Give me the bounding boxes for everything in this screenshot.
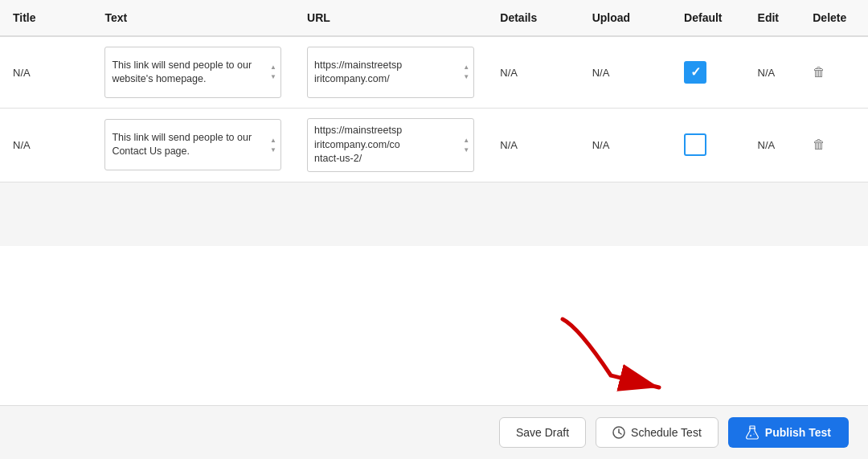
row1-url-scrollbar[interactable]: ▲ ▼ xyxy=(461,64,471,81)
col-header-url: URL xyxy=(294,0,487,36)
svg-line-3 xyxy=(619,432,621,434)
row1-text-cell: This link will send people to our websit… xyxy=(92,36,294,109)
row2-edit: N/A xyxy=(745,109,800,182)
table-row: N/A This link will send people to our Co… xyxy=(0,109,868,182)
col-header-details: Details xyxy=(487,0,579,36)
row2-url-scroll[interactable]: https://mainstreetspiritcompany.com/cont… xyxy=(307,118,474,172)
save-draft-button[interactable]: Save Draft xyxy=(499,417,586,448)
row2-text-scroll[interactable]: This link will send people to our Contac… xyxy=(104,119,281,170)
svg-point-5 xyxy=(750,435,751,436)
col-header-title: Title xyxy=(0,0,92,36)
row1-delete-cell: 🗑 xyxy=(800,36,868,109)
row2-url: https://mainstreetspiritcompany.com/cont… xyxy=(314,124,457,166)
row1-text: This link will send people to our websit… xyxy=(112,59,264,87)
row2-url-scroll-up[interactable]: ▲ xyxy=(461,136,471,144)
empty-row xyxy=(0,182,868,246)
main-content: Title Text URL Details Upload Default Ed… xyxy=(0,0,868,459)
col-header-edit: Edit xyxy=(745,0,800,36)
row1-text-scroll[interactable]: This link will send people to our websit… xyxy=(104,47,281,98)
row1-checkmark: ✓ xyxy=(690,66,701,79)
row2-text-cell: This link will send people to our Contac… xyxy=(92,109,294,182)
row1-url: https://mainstreetspiritcompany.com/ xyxy=(314,59,457,87)
row2-text-scrollbar[interactable]: ▲ ▼ xyxy=(268,136,278,154)
row2-default-cell xyxy=(671,109,745,182)
col-header-text: Text xyxy=(92,0,294,36)
row1-url-scroll[interactable]: https://mainstreetspiritcompany.com/ ▲ ▼ xyxy=(307,47,474,98)
row2-url-cell: https://mainstreetspiritcompany.com/cont… xyxy=(294,109,487,182)
schedule-test-button[interactable]: Schedule Test xyxy=(596,417,719,448)
row1-default-checkbox[interactable]: ✓ xyxy=(684,61,706,84)
row1-details: N/A xyxy=(487,36,579,109)
row1-text-scrollbar[interactable]: ▲ ▼ xyxy=(268,64,278,81)
empty-spacer xyxy=(0,182,868,246)
clock-icon xyxy=(612,426,625,439)
row1-url-scroll-down[interactable]: ▼ xyxy=(461,73,471,81)
publish-label: Publish Test xyxy=(765,426,831,439)
links-table: Title Text URL Details Upload Default Ed… xyxy=(0,0,868,246)
row1-url-cell: https://mainstreetspiritcompany.com/ ▲ ▼ xyxy=(294,36,487,109)
row2-default-checkbox[interactable] xyxy=(684,133,706,156)
schedule-label: Schedule Test xyxy=(631,426,702,439)
col-header-upload: Upload xyxy=(579,0,671,36)
row2-upload: N/A xyxy=(579,109,671,182)
table-header-row: Title Text URL Details Upload Default Ed… xyxy=(0,0,868,36)
row2-scroll-up[interactable]: ▲ xyxy=(268,136,278,144)
row1-url-scroll-up[interactable]: ▲ xyxy=(461,64,471,72)
col-header-delete: Delete xyxy=(800,0,868,36)
row1-scroll-up[interactable]: ▲ xyxy=(268,64,278,72)
flask-icon xyxy=(746,425,759,440)
footer-bar: Save Draft Schedule Test Publish Test xyxy=(0,405,868,459)
col-header-default: Default xyxy=(671,0,745,36)
row2-title: N/A xyxy=(0,109,92,182)
row2-delete-icon[interactable]: 🗑 xyxy=(813,137,825,151)
row1-scroll-down[interactable]: ▼ xyxy=(268,73,278,81)
row2-url-scrollbar[interactable]: ▲ ▼ xyxy=(461,136,471,154)
table-row: N/A This link will send people to our we… xyxy=(0,36,868,109)
row1-edit: N/A xyxy=(745,36,800,109)
publish-test-button[interactable]: Publish Test xyxy=(728,417,849,448)
svg-point-6 xyxy=(753,433,755,435)
row1-title: N/A xyxy=(0,36,92,109)
row1-delete-icon[interactable]: 🗑 xyxy=(813,65,825,79)
row2-scroll-down[interactable]: ▼ xyxy=(268,145,278,154)
table-container: Title Text URL Details Upload Default Ed… xyxy=(0,0,868,405)
row2-delete-cell: 🗑 xyxy=(800,109,868,182)
row2-url-scroll-down[interactable]: ▼ xyxy=(461,145,471,154)
row2-text: This link will send people to our Contac… xyxy=(112,131,264,159)
row1-default-cell: ✓ xyxy=(671,36,745,109)
row1-upload: N/A xyxy=(579,36,671,109)
row2-details: N/A xyxy=(487,109,579,182)
